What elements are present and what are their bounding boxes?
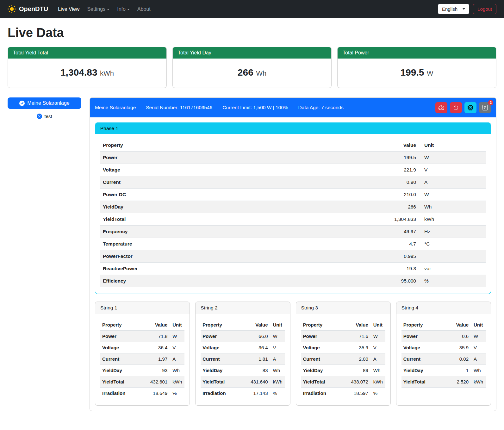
device-info-button[interactable] [464,102,476,113]
value-cell: 19.3 [259,263,419,275]
value-number: 266 [238,67,253,78]
property-cell: Voltage [201,342,235,353]
phase-table-row: Power199.5W [100,152,486,164]
summary-card-title: Total Yield Day [173,47,331,59]
value-cell: 266 [259,201,419,213]
property-cell: Irradiation [301,388,336,399]
summary-card-title: Total Yield Total [8,47,166,59]
nav-item-live-view[interactable]: Live View [55,4,82,15]
unit-cell: V [419,164,486,176]
value-cell: 71.6 [336,331,370,342]
value-unit: kWh [100,69,114,77]
sun-icon [8,5,16,13]
value-unit: W [427,69,433,77]
main-layout: Meine Solaranlage test Meine Solaranlage… [8,97,496,411]
string-table-row: Voltage35.9V [301,342,385,353]
value-cell: 66.0 [235,331,270,342]
phase-table-row: Current0.90A [100,176,486,189]
unit-cell: V [370,342,385,353]
language-select[interactable]: English [438,4,469,14]
power-button[interactable] [450,102,462,113]
unit-cell: W [419,152,486,164]
value-cell: 35.9 [436,342,470,353]
value-cell: 438.072 [336,376,370,388]
string-table-row: YieldTotal432.601kWh [100,376,184,388]
limit-settings-button[interactable] [435,102,447,113]
logout-button[interactable]: Logout [473,4,496,14]
brand[interactable]: OpenDTU [8,5,48,13]
value-cell: 0.02 [436,353,470,365]
value-number: 1,304.83 [60,67,97,78]
nav-item-settings[interactable]: Settings [84,4,112,15]
nav-item-label: Live View [58,6,79,12]
unit-cell [419,250,486,263]
unit-cell: Wh [169,365,184,376]
property-cell: YieldDay [401,365,436,376]
property-cell: Current [401,353,436,365]
page-content: Live Data Total Yield Total1,304.83 kWhT… [0,18,504,420]
nav-item-label: Info [117,6,126,12]
string-cards: String 1PropertyValueUnitPower71.8WVolta… [95,302,491,406]
string-table-header-row: PropertyValueUnit [301,319,385,331]
inverter-panel-body: Phase 1 Property Value Unit Power199.5WV… [90,117,496,411]
unit-cell: kWh [370,376,385,388]
inverter-select-label: Meine Solaranlage [27,100,69,106]
nav-item-info[interactable]: Info [114,4,133,15]
string-table-row: Current2.00A [301,353,385,365]
property-cell: Current [301,353,336,365]
property-cell: Current [100,176,259,189]
summary-card: Total Yield Total1,304.83 kWh [8,47,167,88]
string-table-row: Power71.6W [301,331,385,342]
property-cell: PowerFactor [100,250,259,263]
property-cell: Power [401,331,436,342]
string-table-row: Voltage36.4V [201,342,285,353]
col-header-unit: Unit [370,319,385,331]
unit-cell: W [169,331,184,342]
summary-card: Total Yield Day266 Wh [172,47,332,88]
summary-cards: Total Yield Total1,304.83 kWhTotal Yield… [8,47,496,88]
string-table-row: YieldTotal438.072kWh [301,376,385,388]
inverter-select-button-test[interactable]: test [8,114,81,119]
string-table-row: Current1.97A [100,353,184,365]
unit-cell: V [169,342,184,353]
value-cell: 2.520 [436,376,470,388]
inverter-sidebar: Meine Solaranlage test [8,97,81,119]
property-cell: YieldTotal [100,213,259,226]
nav-item-about[interactable]: About [134,4,153,15]
unit-cell: Wh [419,201,486,213]
chevron-down-icon [463,8,465,10]
string-card-title: String 4 [396,302,491,314]
property-cell: Voltage [401,342,436,353]
string-table-row: Voltage35.9V [401,342,486,353]
unit-cell: % [270,388,285,399]
event-count-badge: 2 [488,100,493,105]
property-cell: ReactivePower [100,263,259,275]
phase-table-header-row: Property Value Unit [100,139,486,152]
value-unit: Wh [256,69,266,77]
chevron-down-icon [107,9,109,10]
unit-cell: % [169,388,184,399]
string-card-title: String 1 [95,302,190,314]
event-log-button[interactable]: 2 [479,102,491,113]
phase-table-row: Power DC210.0W [100,189,486,201]
summary-card-value: 266 Wh [173,59,331,88]
inverter-select-button-active[interactable]: Meine Solaranlage [8,97,81,109]
speedometer-icon [439,105,444,110]
string-card: String 4PropertyValueUnitPower0.6WVoltag… [396,302,491,406]
col-header-unit: Unit [270,319,285,331]
inverter-panel-header: Meine Solaranlage Serial Number: 1161716… [90,98,496,117]
phase-table-row: Frequency49.97Hz [100,226,486,238]
property-cell: YieldDay [100,365,135,376]
col-header-value: Value [436,319,470,331]
inverter-panel: Meine Solaranlage Serial Number: 1161716… [90,97,496,411]
unit-cell: A [370,353,385,365]
x-circle-icon [37,114,42,119]
property-cell: Frequency [100,226,259,238]
property-cell: Power [100,152,259,164]
unit-cell: kWh [419,213,486,226]
unit-cell: % [419,275,486,287]
col-header-value: Value [336,319,370,331]
value-cell: 1,304.833 [259,213,419,226]
value-cell: 83 [235,365,270,376]
unit-cell: kWh [169,376,184,388]
